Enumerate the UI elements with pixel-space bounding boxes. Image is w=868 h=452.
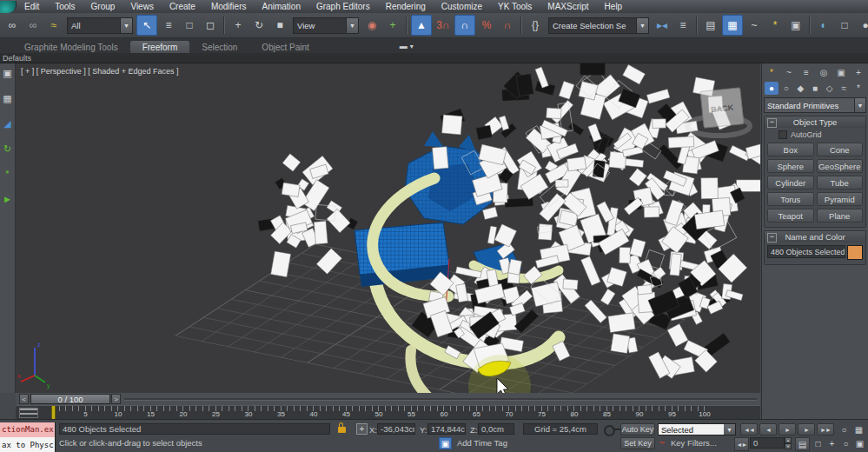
primitive-class-dropdown[interactable]: Standard Primitives ▼ (764, 97, 866, 113)
shapes-category-icon[interactable]: ○ (779, 82, 793, 95)
autogrid-checkbox[interactable] (779, 130, 787, 139)
collapse-icon[interactable]: − (767, 118, 777, 128)
play-animation-button[interactable]: ► (779, 423, 796, 435)
curve-editor-icon[interactable]: ~ (745, 16, 764, 35)
menu-item-tools[interactable]: Tools (47, 0, 83, 13)
menu-item-yk-tools[interactable]: YK Tools (490, 0, 540, 13)
auto-key-button[interactable]: Auto Key (620, 423, 655, 435)
tube-button[interactable]: Tube (817, 176, 864, 189)
track-bar[interactable]: 0510152025303540455055606570758085909510… (16, 405, 760, 419)
tab-freeform[interactable]: Freeform (130, 41, 190, 53)
render-production-icon[interactable]: ● (856, 16, 868, 35)
listener-line-1[interactable]: ctionMan.ex: (0, 422, 55, 437)
menu-item-rendering[interactable]: Rendering (378, 0, 434, 13)
green-gear-tool-icon[interactable]: * (1, 167, 15, 181)
time-slider-track[interactable] (124, 398, 757, 401)
menu-item-maxscript[interactable]: MAXScript (540, 0, 596, 13)
box-button[interactable]: Box (767, 143, 814, 156)
select-object-icon[interactable]: ↖ (136, 15, 157, 36)
ribbon-minimize-icon[interactable]: ▬▾ (400, 42, 414, 53)
spinner-down-icon[interactable]: ▼ (785, 443, 792, 449)
zoom-button[interactable]: ○ (838, 423, 851, 435)
tab-selection[interactable]: Selection (189, 41, 249, 53)
time-configuration-button[interactable]: ▤ (795, 437, 810, 451)
maxscript-mini-listener[interactable]: ctionMan.ex: ax to Physc: (0, 422, 56, 452)
perspective-viewport[interactable]: BACK z x y [ + ] [ Perspective ] [ Shade… (16, 63, 760, 393)
rendered-frame-window-icon[interactable]: □ (835, 16, 854, 35)
selection-filter-dropdown[interactable]: All▼ (67, 17, 133, 34)
tab-object-paint[interactable]: Object Paint (249, 41, 321, 53)
keyboard-shortcut-override-icon[interactable]: ▲ (411, 15, 432, 36)
object-name-field[interactable]: 480 Objects Selected (767, 245, 845, 258)
manage-layers-icon[interactable]: ▤ (701, 16, 720, 35)
unlink-selection-icon[interactable]: ∞ (23, 16, 43, 35)
space-warps-category-icon[interactable]: ≈ (837, 82, 851, 95)
graphite-ribbon-toggle-icon[interactable]: ▦ (722, 15, 743, 36)
plane-button[interactable]: Plane (817, 209, 864, 223)
modify-tab-icon[interactable]: ~ (782, 66, 796, 79)
menu-item-create[interactable]: Create (162, 0, 203, 13)
previous-frame-button[interactable]: ◄ (759, 423, 777, 435)
menu-item-group[interactable]: Group (83, 0, 123, 13)
display-tab-icon[interactable]: ▣ (834, 66, 848, 79)
collapse-icon[interactable]: − (767, 233, 777, 243)
blue-eraser-tool-icon[interactable]: ◢ (1, 116, 15, 130)
motion-tab-icon[interactable]: ◎ (817, 66, 831, 79)
green-cycle-tool-icon[interactable]: ↻ (1, 142, 15, 156)
frame-spinner[interactable]: ▲▼ (785, 437, 792, 449)
spinner-up-icon[interactable]: ▲ (785, 437, 792, 443)
zoom-all-button[interactable]: ▦ (852, 423, 865, 435)
maximize-viewport-button[interactable]: ▣ (853, 437, 866, 449)
snaps-toggle-icon[interactable]: 3∩ (434, 16, 453, 35)
window-crossing-toggle-icon[interactable]: ◻ (201, 16, 220, 35)
y-coord-field[interactable]: 174,844cm (427, 423, 466, 435)
sphere-button[interactable]: Sphere (767, 159, 814, 173)
spinner-snap-toggle-icon[interactable]: ∩ (498, 16, 517, 35)
menu-item-graph-editors[interactable]: Graph Editors (308, 0, 378, 13)
key-filters-button[interactable]: Key Filters... (671, 438, 717, 448)
reference-coordinate-system-dropdown[interactable]: View▼ (293, 17, 359, 34)
teapot-button[interactable]: Teapot (767, 209, 814, 223)
cubes-tool-icon[interactable]: ▦ (1, 91, 15, 105)
pan-view-button[interactable]: + (825, 437, 838, 449)
torus-button[interactable]: Torus (767, 192, 814, 206)
systems-category-icon[interactable]: * (851, 82, 865, 95)
current-frame-field[interactable]: 0 (750, 437, 785, 449)
align-icon[interactable]: ≡ (673, 16, 692, 35)
time-slider-prev-button[interactable]: < (19, 394, 29, 404)
key-mode-toggle-button[interactable]: ◄► (734, 437, 749, 451)
name-color-rollout-header[interactable]: − Name and Color (765, 231, 865, 243)
go-to-start-button[interactable]: ◄◄ (740, 423, 758, 435)
isolate-selection-toggle-icon[interactable]: ▣ (439, 437, 452, 449)
percent-snap-toggle-icon[interactable]: % (477, 16, 496, 35)
mirror-icon[interactable]: ▸◂ (653, 16, 672, 35)
menu-item-modifiers[interactable]: Modifiers (203, 0, 255, 13)
go-to-end-button[interactable]: ►► (817, 423, 834, 435)
time-slider-handle[interactable]: 0 / 100 (30, 394, 110, 404)
tab-graphite-modeling-tools[interactable]: Graphite Modeling Tools (12, 41, 130, 53)
set-key-button[interactable]: Set Key (620, 437, 655, 449)
mini-curve-editor-icon[interactable] (19, 408, 38, 418)
geosphere-button[interactable]: GeoSphere (817, 159, 864, 173)
rectangular-selection-region-icon[interactable]: □ (180, 16, 199, 35)
current-frame-marker[interactable] (51, 406, 56, 419)
cameras-category-icon[interactable]: ■ (808, 82, 822, 95)
green-run-tool-icon[interactable]: ► (1, 192, 15, 206)
hierarchy-tab-icon[interactable]: ≡ (799, 66, 813, 79)
time-slider-next-button[interactable]: > (111, 394, 121, 404)
cone-button[interactable]: Cone (817, 143, 864, 156)
listener-line-2[interactable]: ax to Physc: (0, 437, 55, 452)
app-logo-icon[interactable] (0, 1, 17, 13)
select-and-manipulate-icon[interactable]: + (383, 16, 402, 35)
menu-item-customize[interactable]: Customize (434, 0, 490, 13)
orbit-view-button[interactable]: ○ (839, 437, 852, 449)
named-selection-set-dropdown[interactable]: Create Selection Se▼ (548, 17, 649, 34)
z-coord-field[interactable]: 0,0cm (478, 423, 514, 435)
select-and-move-icon[interactable]: + (229, 16, 248, 35)
select-and-link-icon[interactable]: ∞ (3, 16, 22, 35)
render-setup-icon[interactable]: ▣ (786, 16, 805, 35)
create-tab-icon[interactable]: * (765, 66, 779, 79)
pyramid-button[interactable]: Pyramid (817, 192, 864, 206)
zoom-region-button[interactable]: □ (812, 437, 825, 449)
select-by-name-icon[interactable]: ≡ (159, 16, 178, 35)
